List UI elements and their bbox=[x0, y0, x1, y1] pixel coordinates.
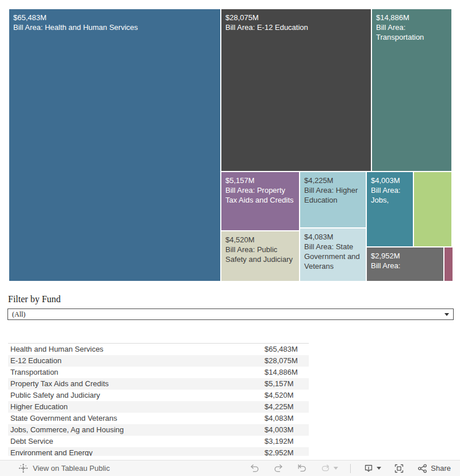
tile-value-label: $65,483M bbox=[13, 13, 216, 22]
share-label: Share bbox=[431, 464, 451, 473]
table-row[interactable]: Health and Human Services$65,483M bbox=[8, 344, 309, 355]
download-caret-icon bbox=[377, 467, 381, 470]
filter-label: Filter by Fund bbox=[8, 294, 61, 304]
toolbar-actions: Share bbox=[249, 460, 451, 476]
table-row[interactable]: Debt Service$3,192M bbox=[8, 436, 309, 447]
table-row[interactable]: Jobs, Commerce, Ag and Housing$4,003M bbox=[8, 424, 309, 436]
tile-area-label: Bill Area: Property Tax Aids and Credits bbox=[225, 185, 295, 205]
row-bill-area: Property Tax Aids and Credits bbox=[8, 378, 264, 390]
treemap-tile-unlabeled-small[interactable] bbox=[444, 247, 453, 281]
view-on-tableau-public-label: View on Tableau Public bbox=[33, 464, 110, 473]
download-icon bbox=[363, 463, 374, 474]
fund-filter-dropdown[interactable]: (All) bbox=[7, 309, 454, 320]
row-amount: $2,952M bbox=[264, 447, 294, 456]
table-row[interactable]: State Government and Veterans$4,083M bbox=[8, 413, 309, 424]
treemap-tile-debt-service[interactable] bbox=[414, 172, 451, 246]
tile-area-label: Bill Area: Higher Education bbox=[304, 185, 362, 205]
row-amount: $65,483M bbox=[264, 344, 298, 355]
table-row[interactable]: Environment and Energy$2,952M bbox=[8, 447, 309, 456]
tile-value-label: $2,952M bbox=[371, 251, 439, 261]
tile-value-label: $4,520M bbox=[225, 235, 295, 245]
undo-icon[interactable] bbox=[249, 463, 260, 474]
tile-value-label: $4,083M bbox=[304, 232, 362, 242]
share-icon bbox=[417, 463, 428, 474]
tile-value-label: $4,225M bbox=[304, 176, 362, 185]
download-button[interactable] bbox=[363, 463, 381, 474]
tableau-logo-icon bbox=[18, 463, 28, 473]
row-bill-area: State Government and Veterans bbox=[8, 413, 264, 424]
row-amount: $4,520M bbox=[264, 390, 294, 401]
row-amount: $14,886M bbox=[264, 367, 298, 378]
row-amount: $5,157M bbox=[264, 378, 294, 390]
table-row[interactable]: E-12 Education$28,075M bbox=[8, 355, 309, 367]
redo-icon[interactable] bbox=[273, 463, 284, 474]
tile-area-label: Bill Area: E-12 Education bbox=[225, 22, 367, 32]
tile-area-label: Bill Area: State Government and Veterans bbox=[304, 242, 362, 271]
refresh-caret-icon bbox=[334, 467, 338, 470]
table-row[interactable]: Public Safety and Judiciary$4,520M bbox=[8, 390, 309, 401]
view-on-tableau-public-link[interactable]: View on Tableau Public bbox=[18, 460, 110, 476]
table-row[interactable]: Higher Education$4,225M bbox=[8, 401, 309, 413]
treemap-tile-jobs-commerce[interactable]: $4,003MBill Area: Jobs, bbox=[367, 172, 413, 246]
share-button[interactable]: Share bbox=[417, 463, 451, 474]
fund-filter-value: (All) bbox=[12, 310, 25, 319]
refresh-icon bbox=[320, 463, 331, 474]
table-row[interactable]: Transportation$14,886M bbox=[8, 367, 309, 378]
table-row[interactable]: Property Tax Aids and Credits$5,157M bbox=[8, 378, 309, 390]
treemap-tile-property-tax-aids[interactable]: $5,157MBill Area: Property Tax Aids and … bbox=[221, 172, 299, 230]
row-amount: $4,003M bbox=[264, 424, 294, 436]
row-amount: $3,192M bbox=[264, 436, 294, 447]
tile-area-label: Bill Area: Public Safety and Judiciary bbox=[225, 245, 295, 264]
tile-value-label: $28,075M bbox=[225, 13, 367, 22]
tile-area-label: Bill Area: Jobs, bbox=[371, 185, 409, 205]
row-bill-area: Higher Education bbox=[8, 401, 264, 413]
row-amount: $28,075M bbox=[264, 355, 298, 367]
toolbar-separator bbox=[350, 464, 351, 473]
row-bill-area: Debt Service bbox=[8, 436, 264, 447]
tile-area-label: Bill Area: Transportation bbox=[376, 22, 447, 42]
treemap-tile-state-government-veterans[interactable]: $4,083MBill Area: State Government and V… bbox=[300, 229, 366, 281]
treemap-tile-higher-education[interactable]: $4,225MBill Area: Higher Education bbox=[300, 172, 366, 227]
fund-table: Health and Human Services$65,483ME-12 Ed… bbox=[8, 343, 309, 456]
tile-value-label: $5,157M bbox=[225, 176, 295, 185]
row-bill-area: Jobs, Commerce, Ag and Housing bbox=[8, 424, 264, 436]
row-bill-area: Environment and Energy bbox=[8, 447, 264, 456]
tile-area-label: Bill Area: Health and Human Services bbox=[13, 22, 216, 32]
treemap-tile-public-safety-judiciary[interactable]: $4,520MBill Area: Public Safety and Judi… bbox=[221, 231, 299, 281]
treemap-tile-health-human-services[interactable]: $65,483MBill Area: Health and Human Serv… bbox=[9, 9, 220, 281]
dropdown-caret-icon bbox=[444, 313, 449, 316]
tile-area-label: Bill Area: bbox=[371, 261, 439, 271]
row-bill-area: E-12 Education bbox=[8, 355, 264, 367]
treemap-tile-transportation[interactable]: $14,886MBill Area: Transportation bbox=[372, 9, 451, 171]
row-amount: $4,225M bbox=[264, 401, 294, 413]
treemap-chart: $65,483MBill Area: Health and Human Serv… bbox=[9, 9, 451, 281]
refresh-button[interactable] bbox=[320, 463, 338, 474]
tile-value-label: $4,003M bbox=[371, 176, 409, 185]
tableau-toolbar: View on Tableau Public bbox=[0, 460, 460, 476]
row-bill-area: Transportation bbox=[8, 367, 264, 378]
replay-icon[interactable] bbox=[296, 463, 308, 474]
row-bill-area: Public Safety and Judiciary bbox=[8, 390, 264, 401]
tile-value-label: $14,886M bbox=[376, 13, 447, 22]
treemap-tile-environment-energy[interactable]: $2,952MBill Area: bbox=[367, 247, 443, 281]
fullscreen-icon[interactable] bbox=[393, 463, 405, 474]
treemap-tile-e12-education[interactable]: $28,075MBill Area: E-12 Education bbox=[221, 9, 371, 171]
row-bill-area: Health and Human Services bbox=[8, 344, 264, 355]
row-amount: $4,083M bbox=[264, 413, 294, 424]
